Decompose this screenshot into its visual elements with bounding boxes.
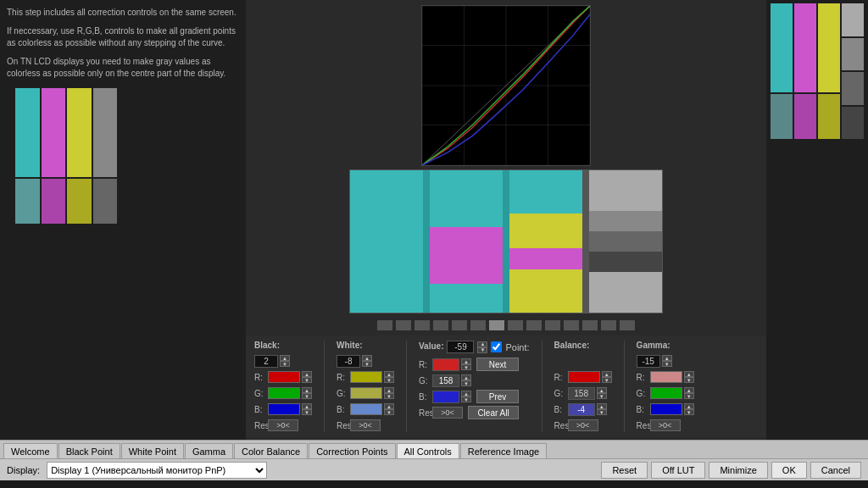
- tab-reference-image[interactable]: Reference Image: [460, 443, 547, 458]
- gamma-g-swatch: [650, 387, 682, 399]
- dot-5[interactable]: [452, 320, 467, 330]
- left-panel: This step includes all correction contro…: [0, 0, 246, 440]
- white-group: White: ▲ ▼ R: ▲ ▼ G:: [337, 341, 394, 432]
- gamma-input[interactable]: [637, 355, 660, 368]
- left-color-bars: [15, 88, 117, 224]
- b-label: B:: [254, 405, 266, 414]
- dot-3[interactable]: [415, 320, 430, 330]
- tab-welcome[interactable]: Welcome: [3, 443, 58, 458]
- right-panel: [766, 0, 868, 440]
- instruction-text-2: If neccessary, use R,G,B, controls to ma…: [7, 25, 239, 49]
- display-select[interactable]: Display 1 (Универсальный монитор PnP): [47, 462, 267, 479]
- clear-all-btn[interactable]: Clear All: [468, 406, 519, 419]
- ok-button[interactable]: OK: [771, 462, 807, 479]
- balance-b-input[interactable]: [568, 403, 595, 416]
- prev-btn[interactable]: Prev: [476, 390, 519, 403]
- dot-10[interactable]: [545, 320, 560, 330]
- off-lut-button[interactable]: Off LUT: [651, 462, 705, 479]
- white-spin[interactable]: ▲ ▼: [362, 355, 372, 367]
- gamma-reset-btn[interactable]: >0<: [650, 419, 681, 431]
- tabs-bar: Welcome Black Point White Point Gamma Co…: [0, 440, 868, 458]
- dot-2[interactable]: [396, 320, 411, 330]
- reset-button[interactable]: Reset: [601, 462, 648, 479]
- gamma-r-swatch: [650, 371, 682, 383]
- reset-label-black: Reset:: [254, 421, 266, 430]
- value-b-input[interactable]: [432, 391, 459, 403]
- balance-r-swatch: [568, 371, 600, 383]
- g-label: G:: [254, 389, 266, 398]
- black-spin[interactable]: ▲ ▼: [280, 355, 290, 367]
- dot-7[interactable]: [489, 320, 504, 330]
- black-input[interactable]: [254, 355, 278, 368]
- black-group: Black: ▲ ▼ R: ▲ ▼ G:: [254, 341, 312, 432]
- balance-reset-btn[interactable]: >0<: [568, 419, 598, 431]
- display-label: Display:: [7, 465, 40, 475]
- center-area: Black: ▲ ▼ R: ▲ ▼ G:: [246, 0, 766, 440]
- tab-gamma[interactable]: Gamma: [185, 443, 233, 458]
- balance-group: Balance: R: ▲ ▼ G: ▲ ▼: [554, 341, 612, 432]
- white-input[interactable]: [337, 355, 360, 368]
- value-input[interactable]: [447, 341, 474, 353]
- dots-row: [377, 320, 635, 330]
- value-reset-btn[interactable]: >0<: [432, 407, 463, 419]
- black-g-spin[interactable]: ▲ ▼: [302, 387, 312, 399]
- balance-g-input[interactable]: [568, 387, 595, 400]
- cancel-button[interactable]: Cancel: [810, 462, 861, 479]
- value-r-input[interactable]: [432, 358, 459, 371]
- dot-8[interactable]: [508, 320, 523, 330]
- balance-label: Balance:: [554, 341, 612, 350]
- gamma-chart: [421, 5, 591, 166]
- tab-all-controls[interactable]: All Controls: [397, 443, 459, 458]
- tab-white-point[interactable]: White Point: [121, 443, 184, 458]
- dot-13[interactable]: [601, 320, 616, 330]
- dot-14[interactable]: [620, 320, 635, 330]
- black-b-spin[interactable]: ▲ ▼: [302, 403, 312, 415]
- next-btn[interactable]: Next: [476, 358, 519, 371]
- tab-correction-points[interactable]: Correction Points: [309, 443, 395, 458]
- black-g-swatch: [268, 387, 300, 399]
- dot-1[interactable]: [377, 320, 392, 330]
- r-label: R:: [254, 373, 266, 382]
- black-up[interactable]: ▲: [280, 355, 290, 361]
- controls-area: Black: ▲ ▼ R: ▲ ▼ G:: [246, 336, 766, 437]
- dot-11[interactable]: [564, 320, 579, 330]
- black-r-swatch: [268, 371, 300, 383]
- black-label: Black:: [254, 341, 312, 350]
- dot-12[interactable]: [582, 320, 598, 330]
- value-g-input[interactable]: [432, 374, 459, 387]
- dot-6[interactable]: [470, 320, 486, 330]
- point-checkbox[interactable]: [491, 341, 502, 352]
- dot-9[interactable]: [526, 320, 542, 330]
- right-color-bars: [771, 3, 864, 139]
- instruction-text-1: This step includes all correction contro…: [7, 7, 239, 19]
- white-label: White:: [337, 341, 394, 350]
- black-reset-btn[interactable]: >0<: [268, 419, 298, 431]
- minimize-button[interactable]: Minimize: [709, 462, 767, 479]
- status-buttons: Reset Off LUT Minimize OK Cancel: [601, 462, 861, 479]
- gamma-label: Gamma:: [637, 341, 694, 350]
- tab-black-point[interactable]: Black Point: [58, 443, 120, 458]
- status-bar: Display: Display 1 (Универсальный монито…: [0, 458, 868, 480]
- white-b-swatch: [350, 403, 382, 415]
- white-reset-btn[interactable]: >0<: [350, 419, 381, 431]
- instruction-text-3: On TN LCD displays you need to make gray…: [7, 56, 239, 80]
- tab-color-balance[interactable]: Color Balance: [234, 443, 308, 458]
- black-r-spin[interactable]: ▲ ▼: [302, 371, 312, 383]
- white-r-swatch: [350, 371, 382, 383]
- white-g-swatch: [350, 387, 382, 399]
- main-color-bars: [349, 169, 663, 313]
- black-b-swatch: [268, 403, 300, 415]
- value-label: Value:: [419, 341, 443, 351]
- dot-4[interactable]: [433, 320, 448, 330]
- value-group: Value: ▲ ▼ Point: R: ▲ ▼ Ne: [419, 341, 530, 419]
- gamma-group: Gamma: ▲ ▼ R: ▲ ▼ G:: [637, 341, 694, 432]
- point-label: Point:: [505, 342, 529, 352]
- gamma-b-swatch: [650, 403, 682, 415]
- black-down[interactable]: ▼: [280, 361, 290, 367]
